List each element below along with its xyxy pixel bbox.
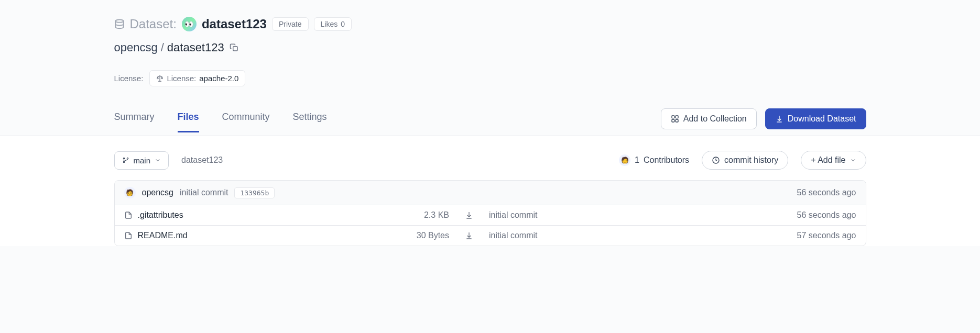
file-name-cell[interactable]: .gitattributes [124,210,377,220]
svg-rect-1 [233,47,237,51]
title-row: Dataset: 👀 dataset123 Private Likes 0 [114,17,866,31]
database-icon [114,19,125,29]
tab-summary[interactable]: Summary [114,112,155,132]
likes-label: Likes [321,20,338,28]
contributors-count: 1 [635,156,639,165]
file-name: .gitattributes [138,210,183,220]
file-commit-msg[interactable]: initial commit [489,231,742,240]
file-size: 2.3 KB [386,210,449,220]
add-to-collection-button[interactable]: Add to Collection [661,108,757,129]
visibility-badge: Private [272,17,309,31]
chevron-down-icon [155,157,161,163]
svg-rect-4 [672,119,674,122]
contributors-label: Contributors [644,156,689,165]
latest-commit-row: 🧑 opencsg initial commit 133965b 56 seco… [115,181,866,205]
tab-community[interactable]: Community [222,112,270,132]
file-icon [124,231,133,240]
breadcrumb: opencsg / dataset123 [114,41,866,54]
commit-history-button[interactable]: commit history [702,151,788,170]
collection-icon [671,115,679,123]
download-icon [775,115,783,123]
dataset-avatar-icon: 👀 [182,17,197,31]
license-label: License: [114,74,144,83]
file-download-icon[interactable] [459,231,480,240]
tab-settings[interactable]: Settings [293,112,327,132]
add-file-button[interactable]: + Add file [801,151,866,170]
svg-point-8 [127,158,128,159]
branch-selector[interactable]: main [114,151,169,170]
contributor-avatar-icon: 🧑 [619,154,630,166]
commit-message[interactable]: initial commit [180,188,228,197]
tabs: Summary Files Community Settings [114,112,327,132]
file-time: 56 seconds ago [752,210,856,220]
svg-point-6 [123,158,124,159]
scale-icon [156,75,164,82]
svg-rect-2 [672,116,674,118]
file-time: 57 seconds ago [752,231,856,240]
commit-author-avatar-icon: 🧑 [124,187,136,198]
svg-point-0 [115,20,123,23]
header-actions: Add to Collection Download Dataset [661,108,866,136]
chevron-down-icon [850,157,856,163]
file-size: 30 Bytes [386,231,449,240]
likes-badge[interactable]: Likes 0 [314,17,352,31]
breadcrumb-separator: / [161,41,164,54]
download-dataset-button[interactable]: Download Dataset [765,108,866,129]
svg-rect-5 [676,119,678,122]
likes-count: 0 [341,20,345,28]
commit-hash[interactable]: 133965b [234,187,275,198]
commit-history-label: commit history [724,156,778,165]
add-file-label: + Add file [811,156,845,165]
file-name: README.md [138,231,188,240]
commit-author[interactable]: opencsg [142,188,174,197]
svg-rect-3 [676,116,678,118]
tab-files[interactable]: Files [178,112,199,132]
branch-name: main [134,156,151,165]
license-badge[interactable]: License: apache-2.0 [149,70,245,86]
file-row: .gitattributes 2.3 KB initial commit 56 … [115,205,866,226]
file-download-icon[interactable] [459,211,480,219]
dataset-type-label: Dataset: [130,17,177,31]
files-table: 🧑 opencsg initial commit 133965b 56 seco… [114,180,866,246]
file-name-cell[interactable]: README.md [124,231,377,240]
breadcrumb-name[interactable]: dataset123 [167,41,224,54]
clock-icon [712,156,720,164]
files-toolbar: main dataset123 🧑 1 Contributors [114,151,866,170]
copy-icon[interactable] [230,43,239,52]
contributors-link[interactable]: 🧑 1 Contributors [619,154,689,166]
license-prefix: License: [167,74,196,83]
git-branch-icon [122,157,129,164]
visibility-badge-text: Private [279,20,302,28]
license-row: License: License: apache-2.0 [114,70,866,86]
license-value: apache-2.0 [199,74,238,83]
file-commit-msg[interactable]: initial commit [489,210,742,220]
file-icon [124,211,133,219]
file-row: README.md 30 Bytes initial commit 57 sec… [115,226,866,246]
breadcrumb-org[interactable]: opencsg [114,41,158,54]
commit-time: 56 seconds ago [797,188,856,197]
path-crumb[interactable]: dataset123 [181,156,223,165]
add-to-collection-label: Add to Collection [683,114,747,124]
dataset-name: dataset123 [202,17,267,31]
download-dataset-label: Download Dataset [788,114,856,124]
